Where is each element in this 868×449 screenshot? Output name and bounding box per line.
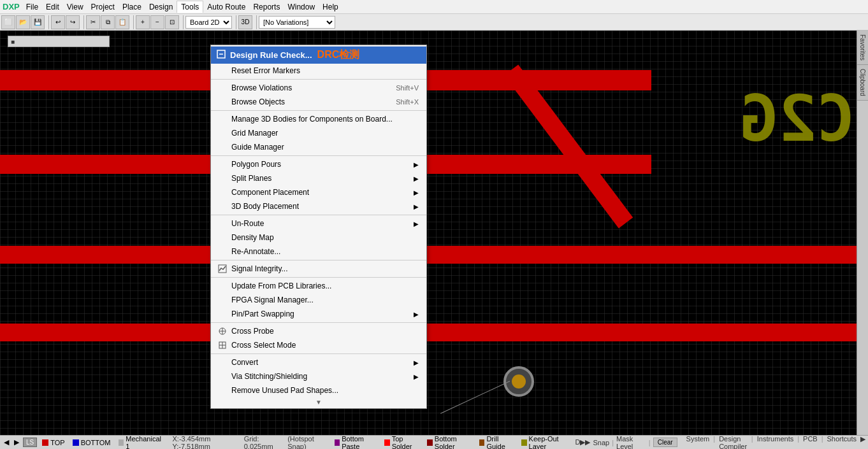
sep6 (211, 277, 426, 278)
toolbar-paste[interactable]: 📋 (115, 15, 129, 29)
layer-top-solder[interactable]: Top Solder (382, 435, 422, 450)
menu-item-browse-violations[interactable]: Browse Violations Shift+V (211, 81, 426, 95)
menu-item-split-planes[interactable]: Split Planes ▶ (211, 171, 426, 185)
menu-file[interactable]: File (22, 1, 42, 13)
layer-bottom[interactable]: BOTTOM (70, 439, 113, 446)
menu-item-density-map[interactable]: Density Map (211, 231, 426, 245)
toolbar-3d[interactable]: 3D (238, 15, 252, 29)
menu-tools[interactable]: Tools (177, 1, 203, 13)
menu-item-reset-errors[interactable]: Reset Error Markers (211, 64, 426, 78)
menu-item-grid-manager[interactable]: Grid Manager (211, 126, 426, 140)
sep8 (211, 353, 426, 354)
menu-item-cross-probe[interactable]: Cross Probe (211, 324, 426, 338)
menu-reports[interactable]: Reports (249, 1, 284, 13)
layer-ls-label: LS (26, 439, 34, 446)
coords-display: X:-3.454mm Y:-7.518mm (173, 435, 242, 450)
menu-item-pin-part-swapping[interactable]: Pin/Part Swapping ▶ (211, 307, 426, 321)
clear-button[interactable]: Clear (653, 438, 677, 447)
cross-select-label: Cross Select Mode (231, 341, 296, 350)
menu-item-polygon-pours[interactable]: Polygon Pours ▶ (211, 157, 426, 171)
signal-integrity-icon (216, 264, 229, 273)
convert-arrow: ▶ (414, 359, 419, 366)
tab-system[interactable]: System (684, 435, 712, 450)
menu-design[interactable]: Design (145, 1, 177, 13)
menu-project[interactable]: Project (87, 1, 119, 13)
toolbar-copy[interactable]: ⧉ (101, 15, 115, 29)
layer-drill-guide[interactable]: Drill Guide (477, 435, 516, 450)
status-divider1: | (612, 439, 614, 446)
variations-select[interactable]: [No Variations] (259, 16, 335, 29)
toolbar-open[interactable]: 📂 (16, 15, 30, 29)
toolbar-undo[interactable]: ↩ (51, 15, 65, 29)
clipboard-tab[interactable]: Clipboard (857, 65, 868, 101)
tab-pcb[interactable]: PCB (800, 435, 820, 450)
menu-item-cross-select[interactable]: Cross Select Mode (211, 338, 426, 352)
layer-nav-right[interactable]: ▶ (13, 438, 20, 446)
menu-window[interactable]: Window (284, 1, 319, 13)
layer-top[interactable]: TOP (40, 439, 67, 446)
layer-mechanical-label: Mechanical 1 (126, 435, 162, 450)
menu-help[interactable]: Help (319, 1, 342, 13)
menu-view[interactable]: View (63, 1, 87, 13)
menu-item-guide-manager[interactable]: Guide Manager (211, 140, 426, 154)
3d-body-placement-arrow: ▶ (414, 203, 419, 210)
toolbar-sep5 (234, 15, 236, 29)
tab-design-compiler[interactable]: Design Compiler (716, 435, 750, 450)
menu-item-un-route[interactable]: Un-Route ▶ (211, 217, 426, 231)
menu-edit[interactable]: Edit (42, 1, 63, 13)
menu-item-drc[interactable]: Design Rule Check... DRC检测 (211, 46, 426, 64)
toolbar-zoom-fit[interactable]: ⊡ (165, 15, 179, 29)
toolbar-save[interactable]: 💾 (31, 15, 45, 29)
toolbar-sep3 (131, 15, 134, 29)
menu-place[interactable]: Place (119, 1, 145, 13)
tab-instruments[interactable]: Instruments (755, 435, 796, 450)
pin-part-swapping-arrow: ▶ (414, 311, 419, 318)
toolbar-new[interactable]: ⬜ (1, 15, 15, 29)
menu-item-update-pcb[interactable]: Update From PCB Libraries... (211, 279, 426, 293)
layer-mechanical[interactable]: Mechanical 1 (116, 435, 165, 450)
menu-item-re-annotate[interactable]: Re-Annotate... (211, 245, 426, 259)
menu-item-via-stitching[interactable]: Via Stitching/Shielding ▶ (211, 369, 426, 383)
layer-keepout[interactable]: Keep-Out Layer (519, 435, 572, 450)
toolbar-sep1 (47, 15, 49, 29)
pcb-canvas[interactable]: C2G ■ Design Rule Check... DRC检测 Re (0, 31, 868, 435)
menu-item-component-placement[interactable]: Component Placement ▶ (211, 185, 426, 199)
grid-manager-label: Grid Manager (231, 129, 278, 138)
shortcuts-expand[interactable]: ▶ (860, 435, 865, 450)
menu-item-remove-pad[interactable]: Remove Unused Pad Shapes... (211, 383, 426, 397)
polygon-pours-label: Polygon Pours (231, 160, 281, 169)
tab-shortcuts[interactable]: Shortcuts (825, 435, 859, 450)
trace-horizontal-r2 (433, 324, 868, 341)
browse-violations-shortcut: Shift+V (396, 84, 419, 92)
layer-bottom-paste[interactable]: Bottom Paste (332, 435, 380, 450)
scroll-indicator: ▼ (211, 397, 426, 407)
menu-item-browse-objects[interactable]: Browse Objects Shift+X (211, 95, 426, 109)
toolbar-zoom-out[interactable]: − (150, 15, 164, 29)
split-planes-label: Split Planes (231, 174, 271, 183)
right-panel-tabs: Favorites Clipboard (857, 31, 868, 435)
menu-autoroute[interactable]: Auto Route (203, 1, 249, 13)
layer-top-dot (42, 439, 48, 446)
keepout-dot (521, 439, 526, 446)
layer-top-label: TOP (50, 439, 64, 446)
board-mode-select[interactable]: Board 2D (185, 16, 232, 29)
cross-select-icon (216, 341, 229, 350)
menu-item-signal-integrity[interactable]: Signal Integrity... (211, 262, 426, 276)
toolbar-cut[interactable]: ✂ (86, 15, 100, 29)
tab-sep3: | (797, 435, 799, 450)
layer-ls[interactable]: LS (23, 438, 37, 447)
menu-item-fpga-signal[interactable]: FPGA Signal Manager... (211, 293, 426, 307)
layer-nav-left[interactable]: ◀ (3, 438, 10, 446)
d-indicator: D▶▶ (575, 438, 591, 446)
toolbar-zoom-in[interactable]: + (136, 15, 150, 29)
favorites-tab[interactable]: Favorites (857, 31, 868, 65)
toolbar-redo[interactable]: ↪ (66, 15, 80, 29)
bottom-tabs: System | Design Compiler | Instruments |… (684, 435, 865, 450)
layer-bottom-dot (73, 439, 79, 446)
tab-sep1: | (713, 435, 715, 450)
remove-pad-label: Remove Unused Pad Shapes... (231, 386, 338, 395)
menu-item-manage-3d[interactable]: Manage 3D Bodies for Components on Board… (211, 112, 426, 126)
menu-item-convert[interactable]: Convert ▶ (211, 355, 426, 369)
menu-item-3d-body-placement[interactable]: 3D Body Placement ▶ (211, 199, 426, 213)
layer-bottom-solder[interactable]: Bottom Solder (424, 435, 474, 450)
